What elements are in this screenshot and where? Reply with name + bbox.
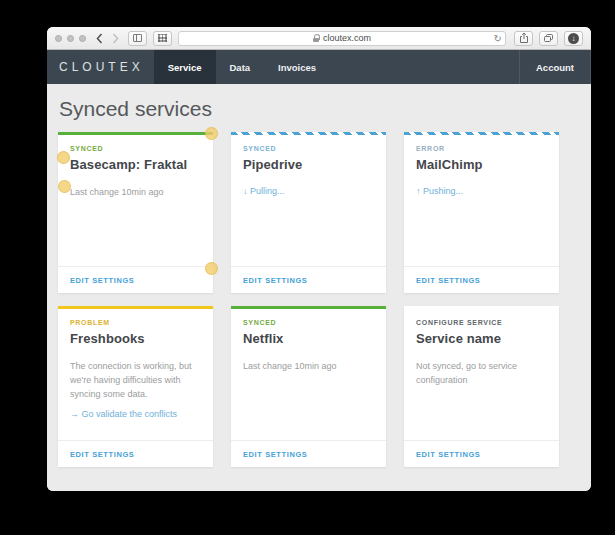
service-title: MailChimp [416,157,547,172]
service-body: Last change 10min ago [70,186,201,200]
browser-window: cloutex.com ↻ ↓ [47,27,591,491]
services-grid: SYNCED Basecamp: Fraktal Last change 10m… [58,132,580,467]
download-icon: ↓ [568,33,579,44]
service-action-link[interactable]: → Go validate the conflicts [70,409,201,419]
edit-settings-link[interactable]: EDIT SETTINGS [70,276,134,285]
edit-settings-link[interactable]: EDIT SETTINGS [416,450,480,459]
service-action-link[interactable]: ↑ Pushing... [416,186,547,196]
forward-icon[interactable] [112,33,119,44]
tab-invoices[interactable]: Invoices [264,50,330,84]
service-action-link[interactable]: ↓ Pulling... [243,186,374,196]
service-card-unconfigured: CONFIGURE SERVICE Service name Not synce… [404,306,559,467]
address-bar[interactable]: cloutex.com ↻ [178,31,506,46]
lock-icon [313,34,319,42]
service-card-mailchimp: ERROR MailChimp ↑ Pushing... EDIT SETTIN… [404,132,559,293]
downloads-button[interactable]: ↓ [564,31,583,46]
service-card-basecamp: SYNCED Basecamp: Fraktal Last change 10m… [58,132,213,293]
service-title: Netflix [243,331,374,346]
status-badge: SYNCED [243,319,374,326]
url-text: cloutex.com [323,33,371,43]
service-card-pipedrive: SYNCED Pipedrive ↓ Pulling... EDIT SETTI… [231,132,386,293]
service-card-netflix: SYNCED Netflix Last change 10min ago EDI… [231,306,386,467]
tab-overview-button[interactable] [539,31,558,46]
service-body: Last change 10min ago [243,360,374,374]
service-body: Not synced, go to service configuration [416,360,547,388]
zoom-window-button[interactable] [79,35,86,42]
back-icon[interactable] [96,33,103,44]
status-badge: CONFIGURE SERVICE [416,319,547,326]
service-title: Basecamp: Fraktal [70,157,201,172]
page-content: Synced services SYNCED Basecamp: Fraktal… [47,84,591,491]
edit-settings-link[interactable]: EDIT SETTINGS [416,276,480,285]
grid-icon [158,34,167,42]
traffic-lights [55,35,86,42]
screenshot-stage: cloutex.com ↻ ↓ [0,0,615,535]
sidebar-icon [133,34,142,42]
reload-icon[interactable]: ↻ [494,32,502,45]
service-body: The connection is working, but we're hav… [70,360,201,402]
top-sites-button[interactable] [153,31,172,46]
service-title: Freshbooks [70,331,201,346]
account-menu[interactable]: Account [519,50,591,84]
tab-data[interactable]: Data [216,50,265,84]
browser-toolbar: cloutex.com ↻ ↓ [47,27,591,50]
page-title: Synced services [59,97,580,121]
close-window-button[interactable] [55,35,62,42]
toolbar-right-buttons: ↓ [514,31,583,46]
status-badge: PROBLEM [70,319,201,326]
view-buttons [128,31,172,46]
minimize-window-button[interactable] [67,35,74,42]
status-badge: SYNCED [243,145,374,152]
app-navbar: CLOUTEX Service Data Invoices Account [47,50,591,84]
edit-settings-link[interactable]: EDIT SETTINGS [243,450,307,459]
edit-settings-link[interactable]: EDIT SETTINGS [243,276,307,285]
service-title: Pipedrive [243,157,374,172]
status-badge: ERROR [416,145,547,152]
sidebar-button[interactable] [128,31,147,46]
status-badge: SYNCED [70,145,201,152]
service-title: Service name [416,331,547,346]
history-buttons [96,33,119,44]
tab-service[interactable]: Service [154,50,216,84]
app-logo: CLOUTEX [47,50,154,84]
service-card-freshbooks: PROBLEM Freshbooks The connection is wor… [58,306,213,467]
share-icon [519,32,529,44]
share-button[interactable] [514,31,533,46]
edit-settings-link[interactable]: EDIT SETTINGS [70,450,134,459]
tabs-icon [543,33,554,43]
